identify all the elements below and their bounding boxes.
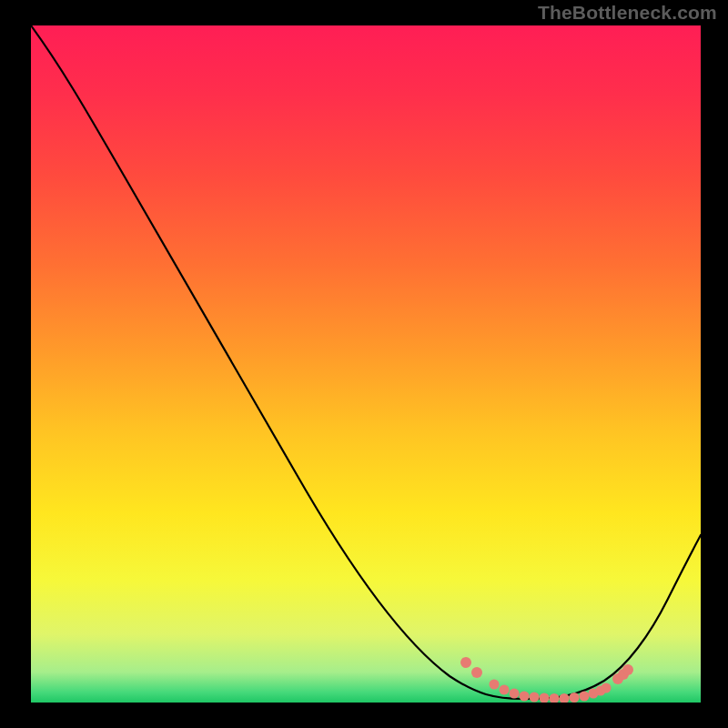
curve-marker [510,689,520,699]
watermark-text: TheBottleneck.com [538,2,717,24]
chart-stage: TheBottleneck.com [0,0,728,728]
curve-marker [500,685,510,695]
curve-marker [570,693,580,703]
curve-marker [622,664,633,675]
gradient-panel [31,25,701,703]
curve-marker [540,693,550,703]
chart-svg [31,25,701,703]
curve-marker [530,693,540,703]
curve-marker [580,692,590,702]
curve-marker [602,683,612,693]
curve-marker [490,680,500,690]
plot-area [31,25,701,703]
curve-marker [471,667,482,678]
curve-marker [520,692,530,702]
curve-marker [460,657,471,668]
